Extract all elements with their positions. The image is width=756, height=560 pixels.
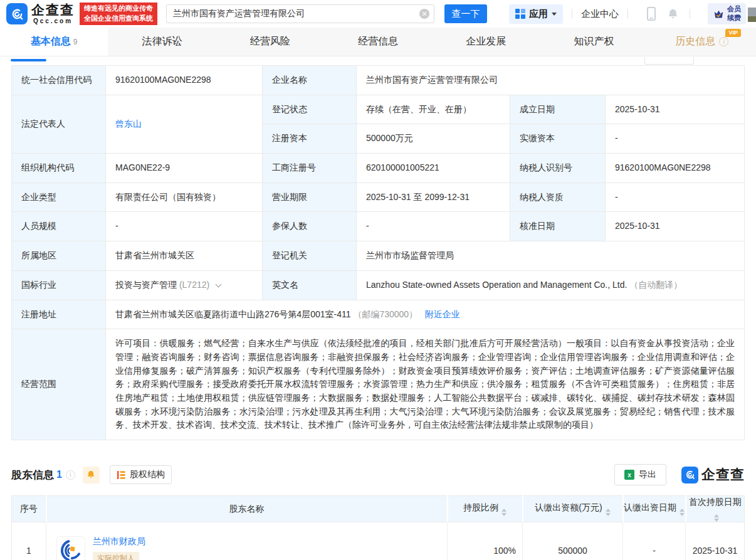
english-name-label: 英文名 [263,270,357,300]
reg-capital-label: 注册资本 [263,124,357,154]
notifications-bell-icon[interactable] [666,8,680,21]
mobile-app-icon[interactable] [647,7,656,21]
tab-operation-risk[interactable]: 经营风险 [216,28,324,56]
excel-icon: x [624,470,634,480]
clear-search-icon[interactable]: ✕ [419,9,429,19]
est-date-label: 成立日期 [510,95,606,124]
insured-label: 参保人数 [263,212,357,241]
business-scope-label: 经营范围 [12,329,106,440]
region-label: 所属地区 [12,241,106,271]
paid-capital-label: 实缴资本 [510,124,606,154]
expand-industry-icon[interactable] [216,281,222,287]
search-input[interactable] [166,4,434,23]
industry-value: 投资与资产管理 (L7212) [106,270,263,300]
taxpayer-id-value: 91620100MAG0NE2298 [606,154,745,183]
bell-icon [86,470,96,480]
divider [572,9,572,19]
brand-slogan: 缔造有远见的商业传奇 全国企业信用查询系统 [80,3,157,25]
auto-translate-note: （自动翻译） [629,280,682,290]
member-renew-button[interactable]: 会员 续费 [708,3,746,24]
partially-hidden-button [644,57,694,65]
reg-authority-value: 兰州市市场监督管理局 [357,241,745,271]
sort-icon[interactable] [714,514,719,522]
browser-edge-widget [748,8,756,22]
col-amount-sortable[interactable]: 认缴出资额(万元) [523,496,623,522]
tab-basic-info[interactable]: 基本信息 9 [0,28,108,56]
col-ratio-sortable[interactable]: 持股比例 [448,496,523,522]
biz-term-label: 营业期限 [263,182,357,212]
row-seq: 1 [12,522,46,560]
search-area: ✕ 查一下 [166,4,487,23]
reg-capital-value: 500000万元 [357,124,510,154]
sort-icon[interactable] [606,509,611,516]
section-tabs: 基本信息 9 法律诉讼 经营风险 经营信息 企业发展 知识产权 VIP 历史信息… [0,28,756,56]
legal-rep-label: 法定代表人 [12,95,106,153]
legal-rep-link[interactable]: 曾东山 [115,119,142,129]
tab-history-info[interactable]: VIP 历史信息 i [648,28,756,56]
tab-company-development[interactable]: 企业发展 [432,28,540,56]
staff-size-label: 人员规模 [12,212,106,241]
table-row: 所属地区 甘肃省兰州市城关区 登记机关 兰州市市场监督管理局 [12,241,745,271]
enterprise-center-link[interactable]: 企业中心 [581,8,619,20]
tab-intellectual-property[interactable]: 知识产权 [540,28,648,56]
biz-reg-no-value: 620100001005221 [357,154,510,183]
company-name-label: 企业名称 [263,66,357,95]
apps-menu[interactable]: 应用 [509,4,563,24]
approval-date-label: 核准日期 [510,212,606,241]
brand-name: 企查查 [31,3,75,16]
paid-capital-value: - [606,124,745,154]
industry-label: 国标行业 [12,270,106,300]
org-chart-icon [117,470,126,480]
table-row: 人员规模 - 参保人数 - 核准日期 2025-10-31 [12,212,745,241]
address-value: 甘肃省兰州市城关区临夏路街道中山路276号第4层001室-411 （邮编7300… [106,300,745,329]
legal-rep-value: 曾东山 [106,95,263,153]
qcc-logo-icon [681,467,698,483]
vip-badge: VIP [725,29,741,37]
info-icon[interactable]: i [66,470,75,480]
sort-icon[interactable] [501,509,507,516]
reg-authority-label: 登记机关 [263,241,357,271]
table-row: 国标行业 投资与资产管理 (L7212) 英文名 Lanzhou State-o… [12,270,745,300]
shareholders-title: 股东信息 [11,468,54,482]
company-type-label: 企业类型 [12,182,106,212]
info-icon[interactable]: i [719,37,728,46]
org-code-value: MAG0NE22-9 [106,154,263,183]
monitor-bell-button[interactable] [83,467,100,483]
company-type-value: 有限责任公司（国有独资） [106,182,263,212]
table-row: 组织机构代码 MAG0NE22-9 工商注册号 620100001005221 … [12,154,745,183]
staff-size-value: - [106,212,263,241]
table-row: 法定代表人 曾东山 登记状态 存续（在营、开业、在册） 成立日期 2025-10… [12,95,745,124]
shareholders-table: 序号 股东名称 持股比例 认缴出资额(万元) 认缴出资日期 首次持股日期 1 [11,495,745,560]
tab-operation-info[interactable]: 经营信息 [324,28,432,56]
tab-legal-litigation[interactable]: 法律诉讼 [108,28,216,56]
qcc-logo[interactable]: 企查查 Qcc.com 缔造有远见的商业传奇 全国企业信用查询系统 [6,3,157,25]
reg-status-label: 登记状态 [263,95,357,124]
row-first-date: 2025-10-31 [686,522,745,560]
biz-term-value: 2025-10-31 至 2099-12-31 [357,182,510,212]
shareholders-header: 股东信息 1 i 股权结构 x 导出 企查查 [11,464,745,485]
approval-date-value: 2025-10-31 [606,212,745,241]
tab-count: 9 [73,38,78,46]
row-date: - [623,522,686,560]
top-bar: 企查查 Qcc.com 缔造有远见的商业传奇 全国企业信用查询系统 ✕ 查一下 … [0,0,756,28]
col-first-date-sortable[interactable]: 首次持股日期 [686,496,745,522]
taxpayer-qual-value: - [606,182,745,212]
actual-controller-badge: 实际控制人 [93,552,139,560]
top-nav: 应用 企业中心 会员 续费 [509,3,746,24]
equity-structure-button[interactable]: 股权结构 [110,465,172,484]
search-button[interactable]: 查一下 [444,4,487,23]
col-date-sortable[interactable]: 认缴出资日期 [623,496,686,522]
sort-icon[interactable] [680,509,685,516]
shareholder-logo[interactable] [56,536,85,560]
export-button[interactable]: x 导出 [614,464,666,485]
shareholder-name-link[interactable]: 兰州市财政局 [93,536,145,547]
credit-code-label: 统一社会信用代码 [12,66,106,95]
credit-code-value: 91620100MAG0NE2298 [106,66,263,95]
region-value: 甘肃省兰州市城关区 [106,241,263,271]
qcc-logo-icon [6,3,28,24]
active-tab-indicator [11,59,46,61]
table-row: 企业类型 有限责任公司（国有独资） 营业期限 2025-10-31 至 2099… [12,182,745,212]
taxpayer-id-label: 纳税人识别号 [510,154,606,183]
shareholder-name-cell: 兰州市财政局 实际控制人 [46,522,448,560]
nearby-companies-link[interactable]: 附近企业 [425,309,460,319]
